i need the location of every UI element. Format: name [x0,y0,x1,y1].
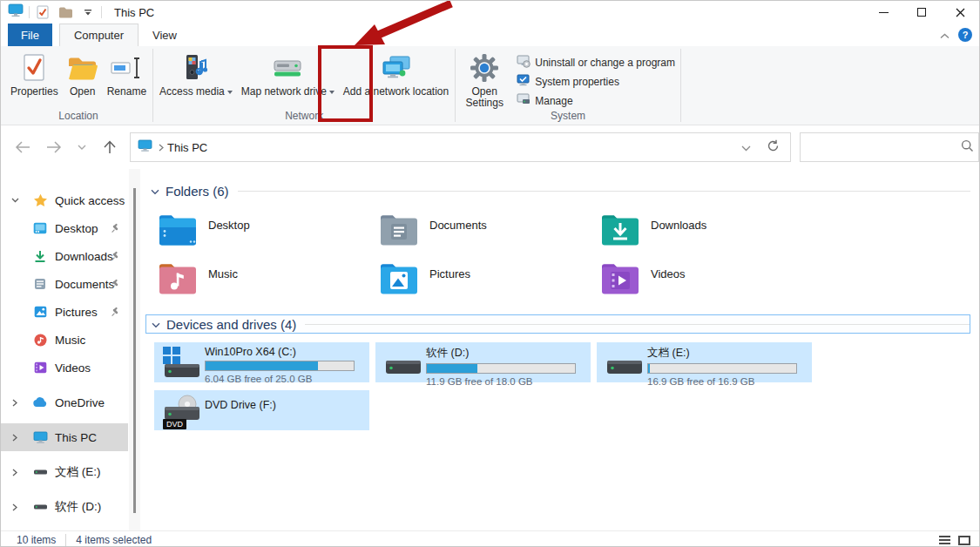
drive-tile-e[interactable]: 文档 (E:) 16.9 GB free of 16.9 GB [597,342,812,382]
chevron-right-icon[interactable] [10,399,20,407]
capacity-bar [647,363,797,374]
status-bar: 10 items 4 items selected [1,530,979,547]
item-count: 10 items [17,534,56,546]
forward-button[interactable] [44,138,64,157]
sidebar-item-this-pc[interactable]: This PC [1,423,128,451]
drive-icon [382,345,426,380]
document-icon [32,278,48,290]
ribbon-group-system: Open Settings Uninstall or change a prog… [457,46,679,125]
drive-tile-c[interactable]: Win10Pro X64 (C:) 6.04 GB free of 25.0 G… [154,342,369,382]
scrollbar-thumb[interactable] [133,188,136,513]
sidebar-item-quick-access[interactable]: Quick access [1,186,140,214]
pin-icon [111,306,120,319]
sidebar-item-drive-d[interactable]: 软件 (D:) [1,493,140,521]
tab-file[interactable]: File [8,24,52,46]
search-input[interactable] [808,141,961,154]
group-label-network: Network [155,110,453,125]
qat-folder-button[interactable] [57,4,73,20]
quick-access-toolbar [35,4,96,20]
access-media-button[interactable]: Access media [155,48,237,98]
qat-customize-dropdown[interactable] [80,4,96,20]
search-box[interactable] [800,132,979,162]
folder-tile-desktop[interactable]: Desktop [154,210,369,253]
open-settings-button[interactable]: Open Settings [457,48,511,110]
help-icon[interactable]: ? [958,28,972,42]
drive-icon [32,468,48,476]
address-bar[interactable]: This PC [130,132,791,162]
folder-tile-pictures[interactable]: Pictures [375,259,591,302]
sidebar-item-videos[interactable]: Videos [1,354,140,382]
chevron-right-icon[interactable] [10,434,20,442]
large-icons-view-icon[interactable] [958,536,970,545]
group-label-system: System [457,110,679,125]
breadcrumb-this-pc[interactable]: This PC [167,141,207,154]
folder-tile-documents[interactable]: Documents [375,210,591,253]
map-network-drive-button[interactable]: Map network drive [237,48,339,98]
folder-tile-videos[interactable]: Videos [597,259,812,302]
details-view-icon[interactable] [939,536,950,544]
qat-properties-button[interactable] [35,4,51,20]
manage-button[interactable]: Manage [513,91,679,110]
system-properties-icon [517,74,531,90]
drive-icon [604,345,647,380]
sidebar-item-desktop[interactable]: Desktop [1,214,140,242]
dropdown-caret [329,91,335,94]
devices-section-header[interactable]: Devices and drives (4) [145,314,970,334]
dvd-drive-icon: DVD [161,393,205,428]
tab-computer[interactable]: Computer [59,24,139,46]
uninstall-icon [517,55,531,71]
add-network-location-button[interactable]: Add a network location [339,48,453,98]
refresh-icon[interactable] [767,139,780,156]
open-button[interactable]: Open [63,48,103,98]
recent-locations-dropdown[interactable] [76,138,88,157]
properties-icon [22,51,46,84]
sidebar-item-pictures[interactable]: Pictures [1,298,140,326]
system-properties-button[interactable]: System properties [513,72,679,91]
file-list-area: Folders (6) Desktop Documents [140,169,979,530]
sidebar-item-drive-e[interactable]: 文档 (E:) [1,458,140,486]
drive-tile-d[interactable]: 软件 (D:) 11.9 GB free of 18.0 GB [375,342,591,382]
star-icon [32,193,48,207]
selected-count: 4 items selected [76,534,152,546]
sidebar-scrollbar[interactable] [129,169,140,530]
close-button[interactable] [941,1,979,24]
drive-tile-dvd[interactable]: DVD DVD Drive (F:) [154,390,369,430]
dropdown-caret [227,91,233,94]
folders-grid: Desktop Documents Downloads [154,210,976,302]
folder-tile-music[interactable]: Music [154,259,369,302]
chevron-right-icon[interactable] [10,503,20,511]
chevron-right-icon[interactable] [10,469,20,476]
desktop-icon [32,222,48,234]
sidebar-item-music[interactable]: Music [1,326,140,354]
chevron-down-icon[interactable] [10,198,20,203]
rename-button[interactable]: Rename [103,48,151,98]
ribbon: Properties Open Rename Location [1,46,979,125]
back-button[interactable] [13,138,32,157]
manage-icon [517,93,531,109]
up-button[interactable] [100,138,119,157]
sidebar-item-onedrive[interactable]: OneDrive [1,388,140,416]
properties-button[interactable]: Properties [6,48,63,98]
window-title: This PC [114,6,154,19]
folder-tile-downloads[interactable]: Downloads [597,210,812,253]
settings-gear-icon [470,51,499,84]
pin-icon [111,250,120,263]
chevron-down-icon[interactable] [152,316,160,332]
collapse-ribbon-icon[interactable] [940,27,950,43]
ribbon-divider [455,49,456,122]
uninstall-program-button[interactable]: Uninstall or change a program [513,53,679,71]
tab-view[interactable]: View [139,24,191,46]
videos-icon [32,361,48,374]
chevron-down-icon[interactable] [151,183,159,199]
divider [238,191,970,192]
minimize-button[interactable] [864,1,902,24]
folders-section-header[interactable]: Folders (6) [145,181,970,200]
pin-icon [111,278,120,291]
sidebar-item-documents[interactable]: Documents [1,270,140,298]
sidebar-item-downloads[interactable]: Downloads [1,242,140,270]
address-dropdown-icon[interactable] [741,139,751,155]
search-icon[interactable] [961,139,974,156]
drive-icon [32,503,48,511]
divider [305,324,970,325]
maximize-button[interactable] [902,1,941,24]
